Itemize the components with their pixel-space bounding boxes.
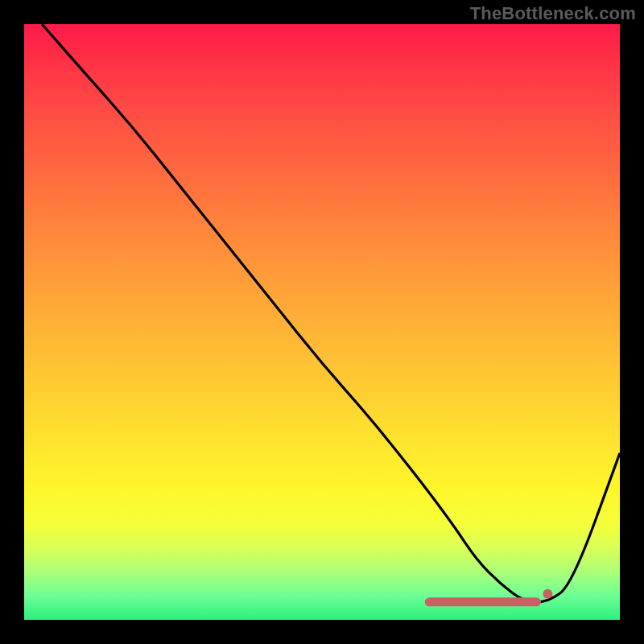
watermark-text: TheBottleneck.com xyxy=(470,3,636,24)
chart-stage: TheBottleneck.com xyxy=(0,0,644,644)
gradient-plot-area xyxy=(24,24,620,620)
